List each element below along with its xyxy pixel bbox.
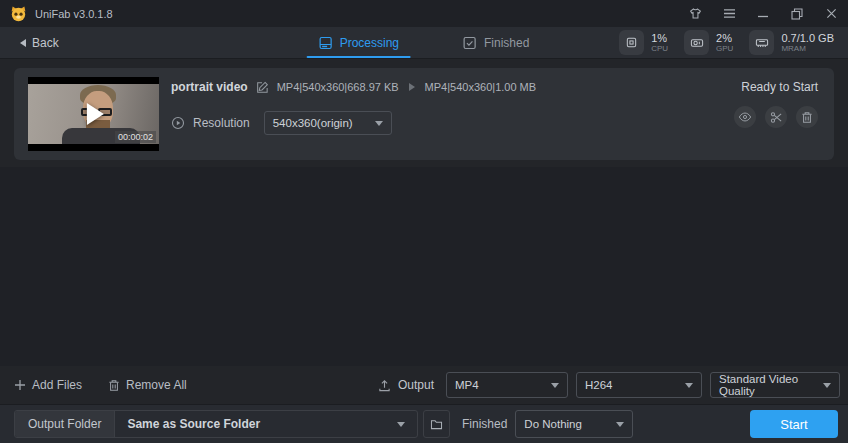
finished-action-value: Do Nothing [524,418,582,430]
rename-icon[interactable] [256,81,269,94]
menu-icon[interactable] [712,0,746,27]
resource-stats: 1% CPU 2% GPU 0.7/1.0 GB MRA [619,30,834,55]
cpu-stat: 1% CPU [619,30,668,55]
gpu-stat: 2% GPU [684,30,733,55]
quality-select[interactable]: Standard Video Quality [710,372,840,398]
cpu-value: 1% [651,32,668,45]
format-value: MP4 [455,379,479,391]
trim-scissors-icon[interactable] [765,106,787,128]
memory-icon [749,30,774,55]
delete-trash-icon[interactable] [796,106,818,128]
video-thumbnail[interactable]: 00:00:02 [28,77,159,151]
chevron-down-icon [551,383,559,388]
output-folder-label: Output Folder [28,417,101,431]
browse-folder-button[interactable] [423,410,450,438]
chevron-down-icon [823,383,831,388]
back-label: Back [32,36,59,50]
resolution-value: 540x360(origin) [273,117,353,129]
empty-area [0,167,848,366]
format-select[interactable]: MP4 [446,372,568,398]
quality-value: Standard Video Quality [719,373,823,397]
finished-action-label: Finished [462,417,507,431]
output-settings: Output MP4 H264 Standard Video Quality [378,372,840,398]
restore-button[interactable] [780,0,814,27]
tab-processing-label: Processing [340,36,399,50]
processing-icon [319,36,333,50]
preview-eye-icon[interactable] [734,106,756,128]
output-folder-value: Same as Source Folder [127,417,260,431]
unifab-window: UniFab v3.0.1.8 Back Proces [0,0,848,443]
back-button[interactable]: Back [20,36,59,50]
close-button[interactable] [814,0,848,27]
tab-finished[interactable]: Finished [459,27,533,58]
status-text: Ready to Start [741,80,818,94]
gpu-value: 2% [716,32,733,45]
finished-action-select[interactable]: Do Nothing [515,410,633,438]
trash-icon [108,379,120,392]
cpu-label: CPU [651,44,668,53]
add-files-label: Add Files [32,378,82,392]
finished-icon [463,36,477,50]
codec-value: H264 [585,379,613,391]
output-label: Output [398,378,434,392]
remove-all-label: Remove All [126,378,187,392]
item-actions: Ready to Start [734,80,818,128]
chevron-down-icon [685,383,693,388]
footer-bar: Output Folder Same as Source Folder Fini… [0,404,848,443]
chevron-down-icon [375,121,383,126]
bottom-toolbar: Add Files Remove All Output MP4 H264 [0,366,848,404]
navbar: Back Processing Finished [0,27,848,59]
add-files-button[interactable]: Add Files [14,378,82,392]
memory-stat: 0.7/1.0 GB MRAM [749,30,834,55]
titlebar: UniFab v3.0.1.8 [0,0,848,27]
queue-item: 00:00:02 portrait video MP4|540x360|668.… [14,68,834,160]
video-duration: 00:00:02 [115,131,156,143]
start-button[interactable]: Start [750,410,838,438]
tab-processing[interactable]: Processing [315,27,403,58]
play-icon[interactable] [86,103,103,125]
gpu-icon [684,30,709,55]
memory-label: MRAM [781,44,834,53]
remove-all-button[interactable]: Remove All [108,378,187,392]
app-title: UniFab v3.0.1.8 [35,8,113,20]
start-label: Start [780,417,807,432]
item-details: portrait video MP4|540x360|668.97 KB MP4… [171,77,734,135]
tab-bar: Processing Finished [315,27,534,58]
source-file-info: MP4|540x360|668.97 KB [277,81,399,93]
codec-select[interactable]: H264 [576,372,702,398]
resolution-icon [171,116,185,130]
chevron-down-icon [616,422,624,427]
convert-arrow-icon [409,83,415,91]
target-file-info: MP4|540x360|1.00 MB [425,81,537,93]
cpu-icon [619,30,644,55]
gpu-label: GPU [716,44,733,53]
minimize-button[interactable] [746,0,780,27]
folder-icon [430,419,443,430]
unifab-logo-icon [10,5,27,22]
memory-value: 0.7/1.0 GB [781,32,834,45]
resolution-select[interactable]: 540x360(origin) [264,111,392,135]
chevron-down-icon [397,422,405,427]
output-folder-combo: Output Folder Same as Source Folder [14,410,418,438]
output-folder-button[interactable]: Output Folder [15,411,115,437]
output-upload-icon [378,379,391,392]
skin-icon[interactable] [678,0,712,27]
tab-finished-label: Finished [484,36,529,50]
output-folder-select[interactable]: Same as Source Folder [115,417,417,431]
queue-list: 00:00:02 portrait video MP4|540x360|668.… [0,59,848,167]
back-arrow-icon [20,39,26,47]
item-title: portrait video [171,80,248,94]
resolution-label: Resolution [193,116,250,130]
plus-icon [14,379,26,391]
